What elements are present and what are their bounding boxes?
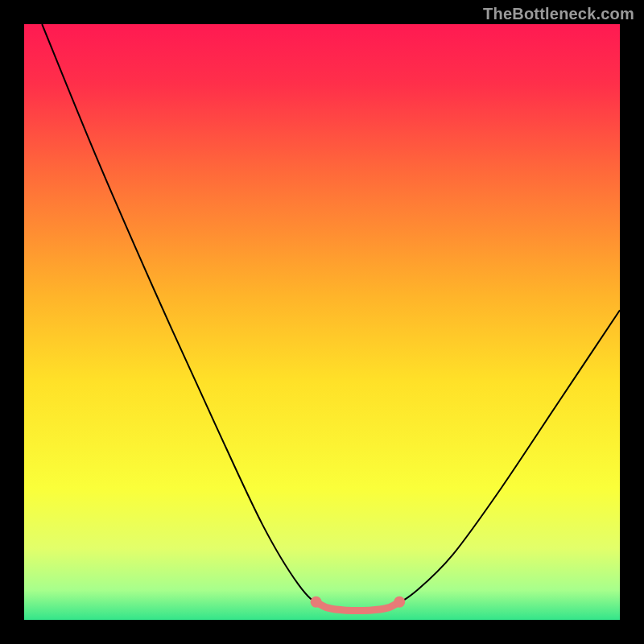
chart-frame: TheBottleneck.com bbox=[0, 0, 644, 644]
gradient-background bbox=[24, 24, 620, 620]
recommended-range-end-dot bbox=[394, 597, 405, 608]
watermark-text: TheBottleneck.com bbox=[483, 5, 634, 23]
recommended-range-start-dot bbox=[311, 597, 322, 608]
bottleneck-curve-chart bbox=[24, 24, 620, 620]
plot-area bbox=[24, 24, 620, 620]
